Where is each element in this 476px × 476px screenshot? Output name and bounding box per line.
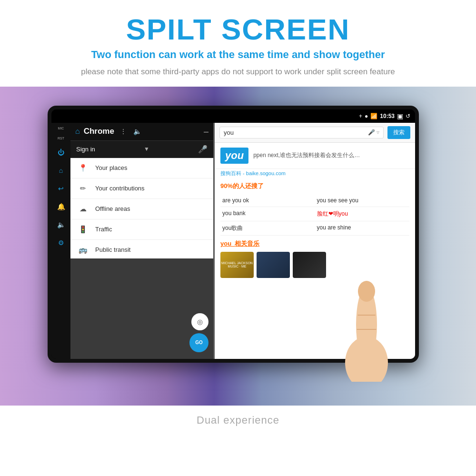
menu-item-offline[interactable]: ☁ Offline areas (70, 199, 213, 219)
suggestion-you-see[interactable]: you see see you (315, 194, 410, 207)
you-logo: you (220, 148, 248, 164)
dual-experience-text: Dual experience (9, 414, 467, 426)
back-icon: ▣ (397, 112, 403, 120)
mute-icon[interactable]: 🔈 (133, 128, 141, 135)
volume-icon[interactable]: 🔈 (55, 219, 67, 230)
you-logo-text: you (225, 149, 244, 161)
time-display: 10:53 (380, 113, 395, 119)
status-bar: + ● 📶 10:53 ▣ ↺ (51, 109, 415, 123)
music-section-title: you_相关音乐 (220, 239, 409, 248)
left-sidebar: MIC RST ⏻ ⌂ ↩ 🔔 🔈 ⚙ (51, 123, 70, 359)
bluetooth-icon: + (359, 113, 362, 119)
svg-point-2 (358, 281, 375, 302)
transit-label: Public transit (95, 246, 130, 253)
header-menu-icon[interactable]: ⋮ (120, 128, 127, 135)
sign-in-text: Sign in (76, 146, 95, 153)
return-icon: ↺ (406, 113, 410, 119)
contributions-label: Your contributions (95, 185, 145, 192)
rst-label: RST (58, 137, 64, 140)
go-button[interactable]: GO (189, 333, 208, 352)
left-panel-header: ⌂ Chrome ⋮ 🔈 – (70, 123, 213, 141)
menu-item-your-places[interactable]: 📍 Your places (70, 158, 213, 178)
wifi-icon: 📶 (370, 113, 377, 119)
music-title-you: you_ (220, 240, 235, 247)
mic-label: MIC (58, 127, 64, 130)
menu-item-contributions[interactable]: ✏ Your contributions (70, 178, 213, 199)
left-panel: ⌂ Chrome ⋮ 🔈 – Sign in ▼ 🎤 (70, 123, 213, 359)
location-icon: ● (365, 113, 368, 119)
locate-button[interactable]: ◎ (191, 313, 208, 330)
status-icons: + ● 📶 10:53 ▣ ↺ (359, 112, 410, 120)
power-icon[interactable]: ⏻ (55, 147, 67, 158)
dropdown-arrow-icon: ▼ (144, 146, 149, 152)
search-mic-icon[interactable]: 🎤 ▿ (368, 129, 379, 136)
search-suggestions-grid: are you ok you see see you you bank 脸红❤明… (215, 194, 415, 236)
offline-icon: ☁ (78, 205, 88, 213)
finger-illustration (319, 258, 405, 382)
menu-list: 📍 Your places ✏ Your contributions ☁ Off… (70, 158, 213, 258)
device-section: + ● 📶 10:53 ▣ ↺ MIC RST ⏻ ⌂ (0, 87, 476, 406)
sign-in-bar[interactable]: Sign in ▼ 🎤 (70, 141, 213, 158)
subtitle: Two function can work at the same time a… (10, 49, 466, 61)
notification-icon[interactable]: 🔔 (55, 201, 67, 212)
suggestion-you-shine[interactable]: you are shine (315, 221, 410, 236)
bottom-section: Dual experience (0, 406, 476, 435)
you-description: ppen next,谁也无法预料接着会发生什么… (253, 151, 409, 159)
places-icon: 📍 (78, 164, 88, 172)
search-button[interactable]: 搜索 (387, 126, 410, 139)
places-label: Your places (95, 164, 127, 171)
music-card-1[interactable]: MICHAEL JACKSONMUSIC · ME (220, 252, 254, 278)
note-text: please note that some third-party apps d… (10, 66, 466, 78)
minimize-button[interactable]: – (204, 127, 208, 137)
settings-icon[interactable]: ⚙ (55, 237, 67, 248)
main-title: SPILT SCREEN (10, 13, 466, 46)
search-bar: you 🎤 ▿ 搜索 (215, 123, 415, 143)
contributions-icon: ✏ (78, 184, 88, 193)
music-card-1-text: MICHAEL JACKSONMUSIC · ME (220, 260, 254, 269)
menu-item-transit[interactable]: 🚌 Public transit (70, 240, 213, 258)
menu-item-traffic[interactable]: 🚦 Traffic (70, 219, 213, 240)
mic-button-icon[interactable]: 🎤 (198, 145, 208, 154)
search-input-value: you (224, 129, 234, 136)
search-input[interactable]: you 🎤 ▿ (219, 127, 384, 139)
suggestion-red-you[interactable]: 脸红❤明you (315, 207, 410, 221)
transit-icon: 🚌 (78, 246, 88, 254)
also-searched-label: 90%的人还搜了 (215, 178, 415, 194)
top-section: SPILT SCREEN Two function can work at th… (0, 0, 476, 87)
chrome-home-icon: ⌂ (75, 127, 80, 136)
music-title-suffix: 相关音乐 (235, 240, 259, 247)
suggestion-are-you-ok[interactable]: are you ok (220, 194, 315, 207)
back-sidebar-icon[interactable]: ↩ (55, 183, 67, 194)
traffic-label: Traffic (95, 226, 112, 233)
sogou-link[interactable]: 搜狗百科 - baike.sogou.com (215, 169, 415, 178)
home-sidebar-icon[interactable]: ⌂ (55, 165, 67, 176)
suggestion-you-song[interactable]: you歌曲 (220, 221, 315, 236)
traffic-icon: 🚦 (78, 225, 88, 234)
you-result-item: you ppen next,谁也无法预料接着会发生什么… (215, 143, 415, 169)
offline-label: Offline areas (95, 205, 130, 212)
tablet-wrapper: + ● 📶 10:53 ▣ ↺ MIC RST ⏻ ⌂ (48, 106, 419, 372)
app-title: Chrome (84, 127, 114, 136)
suggestion-you-bank[interactable]: you bank (220, 207, 315, 221)
music-card-2[interactable] (257, 252, 290, 278)
